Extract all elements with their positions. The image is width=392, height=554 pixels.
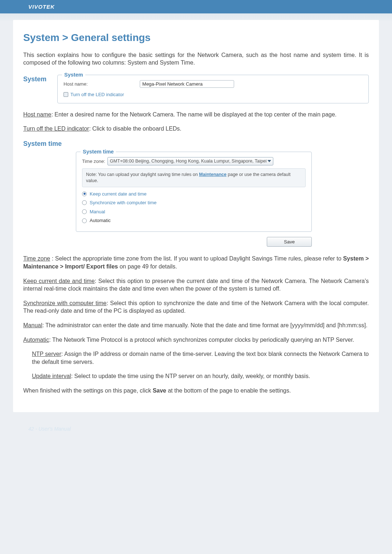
radio-keep-label: Keep current date and time bbox=[90, 191, 147, 197]
radio-automatic-label: Automatic bbox=[90, 217, 111, 224]
save-button[interactable]: Save bbox=[267, 237, 312, 247]
radio-manual[interactable] bbox=[82, 209, 87, 214]
document-panel: System > General settings This section e… bbox=[13, 20, 379, 412]
timezone-desc-1: : Select the appropriate time zone from … bbox=[50, 255, 343, 262]
hostname-desc: : Enter a desired name for the Network C… bbox=[51, 111, 336, 118]
led-desc: : Click to disable the onboard LEDs. bbox=[89, 126, 181, 132]
radio-sync[interactable] bbox=[82, 200, 87, 205]
automatic-term: Automatic bbox=[23, 337, 49, 343]
sync-term: Synchronize with computer time bbox=[23, 300, 107, 306]
led-checkbox[interactable] bbox=[64, 92, 68, 97]
page-title: System > General settings bbox=[23, 31, 369, 45]
automatic-desc: : The Network Time Protocol is a protoco… bbox=[49, 337, 354, 343]
ntp-term: NTP server bbox=[32, 351, 61, 357]
systemtime-legend: System time bbox=[81, 148, 116, 156]
hostname-term: Host name bbox=[23, 111, 51, 118]
chevron-down-icon bbox=[268, 160, 271, 162]
led-term: Turn off the LED indicator bbox=[23, 126, 89, 132]
timezone-label: Time zone: bbox=[82, 158, 105, 165]
manual-term: Manual bbox=[23, 322, 42, 328]
intro-paragraph: This section explains how to configure t… bbox=[23, 51, 369, 67]
final-post: at the bottom of the page to enable the … bbox=[166, 387, 291, 394]
radio-keep[interactable] bbox=[82, 192, 87, 196]
update-desc: : Select to update the time using the NT… bbox=[71, 373, 310, 379]
timezone-select[interactable]: GMT+08:00 Beijing, Chongqing, Hong Kong,… bbox=[107, 157, 274, 165]
maintenance-link[interactable]: Maintenance bbox=[199, 172, 226, 177]
system-legend: System bbox=[62, 71, 85, 79]
system-side-label: System bbox=[23, 75, 46, 83]
keep-term: Keep current date and time bbox=[23, 278, 95, 284]
timezone-value: GMT+08:00 Beijing, Chongqing, Hong Kong,… bbox=[110, 158, 267, 164]
systime-side-label: System time bbox=[23, 139, 369, 148]
timezone-desc-2: on page 49 for details. bbox=[118, 263, 177, 270]
brand-header: VIVOTEK bbox=[0, 0, 392, 13]
manual-desc: : The administrator can enter the date a… bbox=[42, 322, 367, 328]
system-fieldset: System Host name: Turn off the LED indic… bbox=[57, 75, 369, 103]
dst-note: Note: You can upload your daylight savin… bbox=[82, 168, 306, 187]
systemtime-fieldset: System time Time zone: GMT+08:00 Beijing… bbox=[76, 152, 312, 232]
led-checkbox-label: Turn off the LED indicator bbox=[70, 91, 124, 98]
final-bold: Save bbox=[153, 387, 166, 394]
note-pre: Note: You can upload your daylight savin… bbox=[86, 172, 199, 177]
hostname-label: Host name: bbox=[64, 81, 140, 87]
update-term: Update interval bbox=[32, 373, 71, 379]
final-pre: When finished with the settings on this … bbox=[23, 387, 153, 394]
page-footer: 42 - User's Manual bbox=[0, 412, 392, 436]
timezone-term: Time zone bbox=[23, 255, 50, 262]
radio-sync-label: Synchronize with computer time bbox=[90, 200, 156, 206]
ntp-desc: : Assign the IP address or domain name o… bbox=[32, 351, 369, 365]
hostname-input[interactable] bbox=[140, 80, 234, 88]
radio-automatic[interactable] bbox=[82, 218, 87, 223]
radio-manual-label: Manual bbox=[90, 209, 105, 215]
